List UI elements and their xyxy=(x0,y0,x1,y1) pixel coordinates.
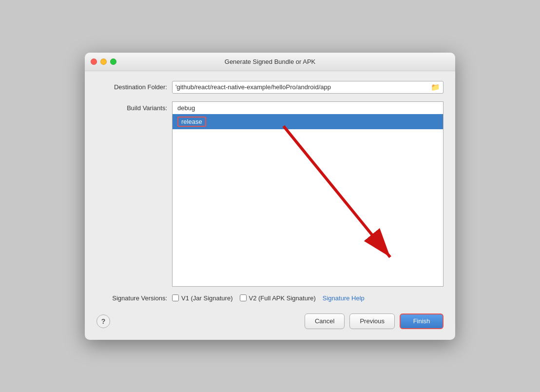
v2-label: V2 (Full APK Signature) xyxy=(249,294,316,302)
signature-help-link[interactable]: Signature Help xyxy=(323,294,365,302)
destination-folder-label: Destination Folder: xyxy=(96,83,167,91)
v1-label: V1 (Jar Signature) xyxy=(181,294,233,302)
dialog-content: Destination Folder: 📁 Build Variants: de… xyxy=(85,71,455,340)
destination-folder-input-wrapper[interactable]: 📁 xyxy=(172,81,444,94)
v2-checkbox[interactable] xyxy=(240,294,247,301)
svg-line-1 xyxy=(284,126,390,257)
build-variants-row: Build Variants: debug release xyxy=(96,101,444,287)
v1-checkbox[interactable] xyxy=(172,294,179,301)
signature-versions-row: Signature Versions: V1 (Jar Signature) V… xyxy=(96,294,444,302)
titlebar: Generate Signed Bundle or APK xyxy=(85,53,455,71)
build-variants-list[interactable]: debug release xyxy=(172,101,444,287)
close-button[interactable] xyxy=(91,59,97,65)
signature-options: V1 (Jar Signature) V2 (Full APK Signatur… xyxy=(172,294,365,302)
folder-browse-icon[interactable]: 📁 xyxy=(431,83,440,92)
traffic-lights xyxy=(91,59,116,65)
v1-option[interactable]: V1 (Jar Signature) xyxy=(172,294,233,302)
window-title: Generate Signed Bundle or APK xyxy=(225,58,315,65)
previous-button[interactable]: Previous xyxy=(349,314,395,329)
finish-button[interactable]: Finish xyxy=(400,314,444,329)
destination-folder-input[interactable] xyxy=(175,83,429,91)
button-row: ? Cancel Previous Finish xyxy=(96,312,444,331)
build-variants-label: Build Variants: xyxy=(96,101,167,112)
annotation-arrow xyxy=(173,102,443,286)
v2-option[interactable]: V2 (Full APK Signature) xyxy=(240,294,316,302)
release-label: release xyxy=(177,117,206,127)
destination-folder-row: Destination Folder: 📁 xyxy=(96,81,444,94)
right-buttons: Cancel Previous Finish xyxy=(305,314,444,329)
list-item-debug[interactable]: debug xyxy=(173,102,443,114)
main-window: Generate Signed Bundle or APK Destinatio… xyxy=(85,53,455,340)
maximize-button[interactable] xyxy=(110,59,116,65)
help-button[interactable]: ? xyxy=(96,314,110,328)
list-item-release[interactable]: release xyxy=(173,114,443,129)
signature-versions-label: Signature Versions: xyxy=(96,294,167,302)
minimize-button[interactable] xyxy=(100,59,107,65)
cancel-button[interactable]: Cancel xyxy=(305,314,345,329)
